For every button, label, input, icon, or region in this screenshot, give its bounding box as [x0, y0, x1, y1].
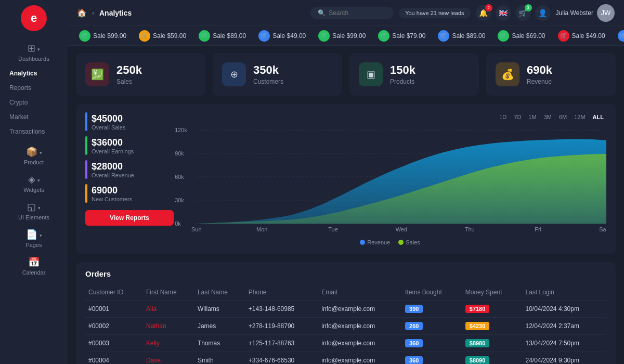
header-icons: 🔔 5 🇬🇧 🛒 3 👤 [476, 5, 551, 21]
cell-customer-id: #00003 [85, 335, 143, 352]
customers-icon: ⊕ [222, 62, 246, 86]
items-badge: 260 [405, 322, 423, 330]
notification-badge: 5 [485, 4, 492, 11]
table-row: #00004 Dave Smith +334-676-66530 info@ex… [85, 352, 606, 365]
sidebar-item-dashboards[interactable]: ⊞ ▾ Dashboards [0, 38, 68, 66]
svg-text:Tue: Tue [328, 227, 338, 232]
col-email: Email [318, 284, 402, 301]
sidebar-item-pages[interactable]: 📄 ▾ Pages [0, 225, 68, 252]
sidebar-item-widgets[interactable]: ◈ ▾ Widgets [0, 170, 68, 197]
sidebar-item-label: Product [24, 159, 44, 165]
cell-phone: +143-148-60985 [245, 301, 318, 318]
svg-text:Fri: Fri [535, 227, 541, 232]
chevron-icon: ▾ [37, 47, 40, 52]
svg-text:90k: 90k [175, 151, 184, 156]
chevron-icon: ▾ [37, 178, 40, 183]
breadcrumb-current: Analytics [99, 9, 132, 17]
sales-legend: Sales [398, 239, 420, 245]
cell-last-name: Smith [194, 352, 245, 365]
dashboards-icon: ⊞ [28, 43, 35, 54]
cart-icon[interactable]: 🛒 3 [515, 5, 531, 21]
sidebar-item-label: Dashboards [18, 56, 49, 62]
overall-sales-value: $45000 [92, 113, 125, 124]
time-filter-1m[interactable]: 1M [526, 112, 539, 122]
time-filter-7d[interactable]: 7D [511, 112, 524, 122]
cell-first-name[interactable]: Kelly [143, 335, 194, 352]
notification-bell[interactable]: 🔔 5 [476, 5, 491, 21]
cell-customer-id: #00002 [85, 318, 143, 335]
breadcrumb-separator: › [92, 9, 94, 17]
ticker-item: 🛒 Sale $79.00 [372, 30, 432, 42]
customers-value: 350k [253, 63, 283, 77]
cell-items: 360 [402, 352, 462, 365]
sidebar-item-product[interactable]: 📦 ▾ Product [0, 142, 68, 170]
header: 🏠 › Analytics 🔍 You have 21 new leads 🔔 … [68, 0, 624, 26]
time-filter-12m[interactable]: 12M [571, 112, 588, 122]
cell-first-name[interactable]: Dave [143, 352, 194, 365]
stat-card-products: ▣ 150k Products [349, 53, 479, 96]
cell-phone: +334-676-66530 [245, 352, 318, 365]
cell-phone: +125-117-88763 [245, 335, 318, 352]
sidebar-item-calendar[interactable]: 📅 Calendar [0, 252, 68, 280]
cell-money: $8090 [462, 352, 523, 365]
sidebar-item-ui-elements[interactable]: ◱ ▾ UI Elements [0, 197, 68, 225]
money-badge: $4230 [465, 322, 490, 330]
flag-icon[interactable]: 🇬🇧 [496, 5, 511, 21]
col-phone: Phone [245, 284, 318, 301]
cell-customer-id: #00004 [85, 352, 143, 365]
col-items-bought: Items Bought [402, 284, 462, 301]
time-filter-3m[interactable]: 3M [541, 112, 554, 122]
cell-customer-id: #00001 [85, 301, 143, 318]
revenue-dot [360, 240, 365, 245]
cell-last-name: Thomas [194, 335, 245, 352]
time-filter-6m[interactable]: 6M [556, 112, 569, 122]
overall-earnings-label: Overall Earnings [92, 148, 134, 154]
sidebar: e ⊞ ▾ Dashboards Analytics Reports Crypt… [0, 0, 68, 364]
cart-badge: 3 [525, 4, 532, 11]
cell-last-name: Willams [194, 301, 245, 318]
table-row: #00002 Nathan James +278-119-88790 info@… [85, 318, 606, 335]
cell-items: 360 [402, 335, 462, 352]
cell-first-name[interactable]: Nathan [143, 318, 194, 335]
cell-first-name[interactable]: Alia [143, 301, 194, 318]
chevron-icon: ▾ [40, 150, 42, 155]
revenue-legend: Revenue [360, 239, 390, 245]
search-box[interactable]: 🔍 [310, 7, 394, 19]
revenue-label: Revenue [527, 78, 552, 85]
profile-icon[interactable]: 👤 [535, 5, 551, 21]
ticker-item: 🛒 Sale $69.00 [491, 30, 551, 42]
cell-last-login: 12/04/2024 2:37am [522, 318, 606, 335]
cell-email: info@example.com [318, 352, 402, 365]
sidebar-item-transactions[interactable]: Transactions [0, 124, 68, 139]
sidebar-item-analytics[interactable]: Analytics [0, 66, 68, 81]
overall-earnings-value: $36000 [92, 137, 134, 148]
user-avatar[interactable]: Julia Webster JW [556, 4, 615, 22]
ticker-item: 🛒 Sale $59.00 [133, 30, 192, 42]
overall-earnings-legend: $36000 Overall Earnings [85, 136, 174, 155]
sidebar-item-reports[interactable]: Reports [0, 81, 68, 95]
sidebar-item-crypto[interactable]: Crypto [0, 95, 68, 110]
svg-text:0k: 0k [175, 221, 181, 226]
content-area: 💹 250k Sales ⊕ 350k Customers ▣ 150k Pro… [68, 46, 624, 364]
product-icon: 📦 [26, 146, 37, 158]
calendar-icon: 📅 [28, 256, 40, 268]
cell-email: info@example.com [318, 335, 402, 352]
search-input[interactable] [329, 9, 391, 17]
sidebar-item-label: UI Elements [18, 214, 49, 220]
sales-icon: 💹 [85, 62, 109, 86]
pages-icon: 📄 [26, 229, 37, 240]
sidebar-item-market[interactable]: Market [0, 110, 68, 124]
view-reports-button[interactable]: View Reports [85, 210, 174, 226]
time-filter-1d[interactable]: 1D [497, 112, 509, 122]
cell-money: $4230 [462, 318, 523, 335]
products-value: 150k [390, 63, 415, 77]
ui-elements-icon: ◱ [27, 201, 36, 213]
new-customers-value: 69000 [92, 185, 132, 196]
svg-text:60k: 60k [175, 174, 184, 179]
time-filter-all[interactable]: ALL [590, 112, 606, 122]
cell-money: $8980 [462, 335, 523, 352]
cell-last-login: 13/04/2024 7:50pm [522, 335, 606, 352]
logo: e [21, 5, 47, 31]
cell-last-login: 10/04/2024 4:30pm [522, 301, 606, 318]
cell-last-name: James [194, 318, 245, 335]
